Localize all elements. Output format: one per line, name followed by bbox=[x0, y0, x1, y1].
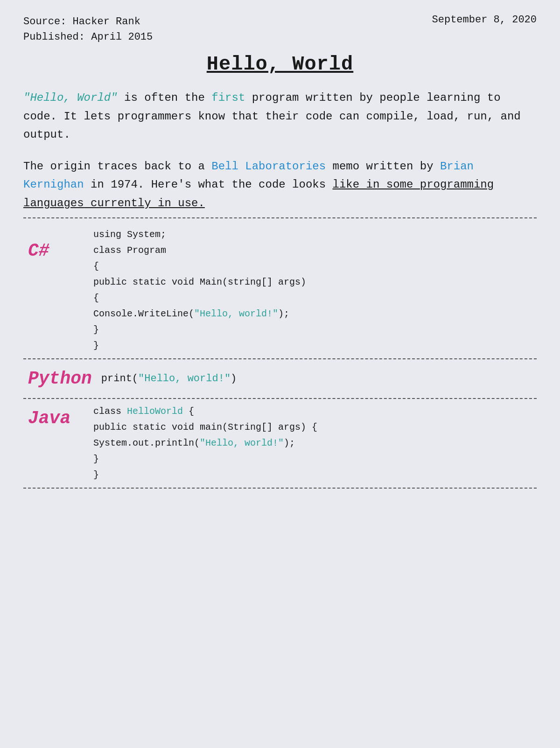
csharp-label: C# bbox=[23, 227, 84, 261]
csharp-section: C# using System; class Program { public … bbox=[23, 222, 537, 359]
bell-laboratories: Bell Laboratories bbox=[211, 160, 326, 173]
java-line-4: } bbox=[93, 451, 537, 467]
java-line-3: System.out.println("Hello, world!"); bbox=[93, 435, 537, 451]
python-highlight: "Hello, world!" bbox=[138, 373, 231, 384]
java-classname: HelloWorld bbox=[127, 406, 183, 417]
csharp-line-1: using System; bbox=[93, 227, 537, 243]
java-label: Java bbox=[23, 404, 84, 428]
page-title: Hello, World bbox=[23, 53, 537, 76]
csharp-line-6: Console.WriteLine("Hello, world!"); bbox=[93, 306, 537, 322]
meta-date: September 8, 2020 bbox=[432, 14, 537, 26]
python-code: print("Hello, world!") bbox=[92, 373, 237, 384]
java-line-5: } bbox=[93, 467, 537, 483]
java-line-2: public static void main(String[] args) { bbox=[93, 419, 537, 435]
intro-text1: is often the bbox=[124, 91, 211, 104]
published-label: Published: April 2015 bbox=[23, 29, 153, 45]
source-label: Source: Hacker Rank bbox=[23, 14, 153, 29]
java-section: Java class HelloWorld { public static vo… bbox=[23, 399, 537, 489]
origin-text2: memo written by bbox=[333, 160, 440, 173]
csharp-line-8: } bbox=[93, 338, 537, 354]
origin-paragraph: The origin traces back to a Bell Laborat… bbox=[23, 157, 537, 213]
csharp-code: using System; class Program { public sta… bbox=[84, 227, 537, 354]
csharp-line-5: { bbox=[93, 290, 537, 306]
java-highlight: "Hello, world!" bbox=[200, 438, 284, 448]
python-label: Python bbox=[23, 369, 92, 389]
header-meta: Source: Hacker Rank Published: April 201… bbox=[23, 14, 537, 45]
java-code: class HelloWorld { public static void ma… bbox=[84, 404, 537, 483]
java-line-1: class HelloWorld { bbox=[93, 404, 537, 419]
intro-paragraph: "Hello, World" is often the first progra… bbox=[23, 89, 537, 144]
origin-text3: in 1974. Here's what the code looks bbox=[91, 178, 332, 191]
origin-text1: The origin traces back to a bbox=[23, 160, 211, 173]
csharp-line-3: { bbox=[93, 259, 537, 274]
csharp-line-7: } bbox=[93, 322, 537, 338]
top-divider bbox=[23, 217, 537, 218]
csharp-line-4: public static void Main(string[] args) bbox=[93, 274, 537, 290]
python-section: Python print("Hello, world!") bbox=[23, 359, 537, 399]
meta-left: Source: Hacker Rank Published: April 201… bbox=[23, 14, 153, 45]
first-word: first bbox=[211, 91, 245, 104]
csharp-line-2: class Program bbox=[93, 243, 537, 259]
csharp-highlight: "Hello, world!" bbox=[194, 308, 278, 319]
hello-world-quote: "Hello, World" bbox=[23, 91, 118, 104]
